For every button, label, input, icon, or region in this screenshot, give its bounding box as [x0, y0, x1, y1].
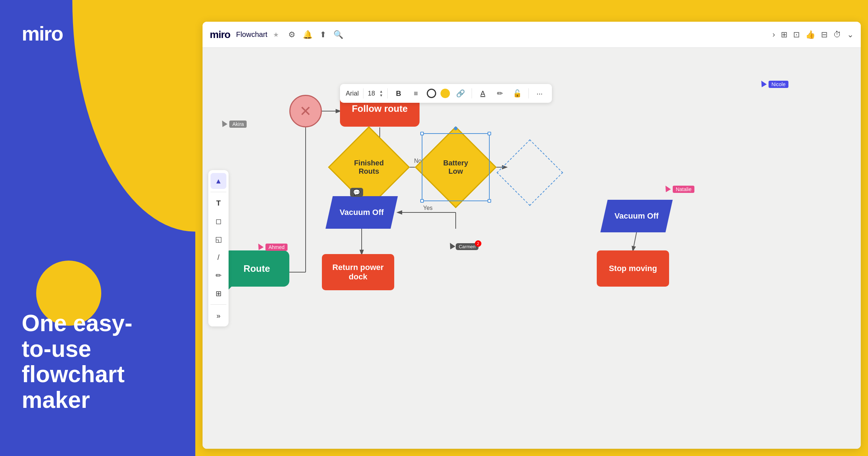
- react-icon[interactable]: 👍: [805, 30, 815, 39]
- comment-bubble[interactable]: 💬: [350, 189, 363, 196]
- shape-tool[interactable]: ◱: [210, 231, 226, 247]
- cursor-nicole: Nicole: [760, 80, 788, 88]
- topbar-right-icons: › ⊞ ⊡ 👍 ⊟ ⏱ ⌄: [773, 30, 854, 39]
- share-icon[interactable]: ⬆: [320, 30, 326, 39]
- fmt-divider-3: [472, 88, 472, 98]
- node-return-power[interactable]: Return powerdock: [322, 254, 394, 290]
- pen-tool[interactable]: ✏: [210, 267, 226, 283]
- format-toolbar: Arial 18 ▲▼ B ≡ 🔗 A ✏ 🔓 ···: [340, 84, 552, 103]
- node-vacuum-off-1[interactable]: Vacuum Off: [326, 196, 398, 229]
- more-icon[interactable]: ⌄: [847, 30, 854, 39]
- font-size[interactable]: 18: [368, 90, 375, 97]
- board-icon[interactable]: ⊞: [781, 30, 787, 39]
- ahmed-cursor-arrow: [256, 242, 264, 250]
- miro-logo-left: miro: [22, 22, 63, 45]
- settings-icon[interactable]: ⚙: [288, 30, 295, 39]
- nicole-cursor-arrow: [759, 79, 767, 87]
- cursor-akira: Akira: [221, 120, 247, 128]
- carmen-cursor-label: Carmen 2: [456, 243, 478, 250]
- natalie-cursor-arrow: [663, 184, 671, 192]
- carmen-notification-badge: 2: [475, 240, 481, 247]
- toolbar-divider-1: [210, 192, 226, 192]
- akira-cursor-arrow: [220, 119, 227, 127]
- handle-br[interactable]: [488, 199, 491, 203]
- text-color-button[interactable]: ✏: [494, 87, 507, 100]
- frame-tool[interactable]: ⊞: [210, 286, 226, 301]
- search-icon[interactable]: 🔍: [333, 30, 343, 39]
- node-circle-x[interactable]: ✕: [289, 95, 322, 127]
- present-icon[interactable]: ⊡: [793, 30, 800, 39]
- toolbar-divider-2: [210, 304, 226, 305]
- select-tool[interactable]: ▲: [210, 173, 226, 189]
- timer-icon[interactable]: ⏱: [833, 30, 841, 39]
- fmt-divider-2: [387, 88, 388, 98]
- star-icon[interactable]: ★: [273, 31, 279, 39]
- natalie-cursor-label: Natalie: [673, 186, 694, 193]
- bold-button[interactable]: B: [392, 87, 405, 100]
- nicole-cursor-label: Nicole: [769, 81, 788, 88]
- topbar: miro Flowchart ★ ⚙ 🔔 ⬆ 🔍 › ⊞ ⊡ 👍 ⊟ ⏱ ⌄: [203, 22, 861, 48]
- font-selector[interactable]: Arial: [346, 90, 359, 97]
- node-stop-moving[interactable]: Stop moving: [597, 250, 669, 287]
- more-tools[interactable]: »: [210, 308, 226, 324]
- topbar-miro-logo: miro: [210, 29, 230, 41]
- node-finished-routs-label: FinishedRouts: [340, 138, 398, 196]
- expand-icon[interactable]: ›: [773, 30, 775, 39]
- miro-app-window: miro Flowchart ★ ⚙ 🔔 ⬆ 🔍 › ⊞ ⊡ 👍 ⊟ ⏱ ⌄: [203, 22, 861, 449]
- handle-tl[interactable]: [420, 132, 424, 135]
- lock-button[interactable]: 🔓: [511, 87, 524, 100]
- canvas-area[interactable]: ▲ T ◻ ◱ / ✏ ⊞ » Arial 18 ▲▼ B: [203, 48, 861, 449]
- flowchart: Follow route ✕ FinishedRouts: [203, 48, 861, 449]
- yellow-curve-decoration: [72, 0, 195, 232]
- link-button[interactable]: 🔗: [454, 87, 467, 100]
- node-battery-low-label: BatteryLow: [427, 138, 485, 196]
- outline-circle-icon[interactable]: [427, 89, 436, 98]
- node-vacuum-off-2[interactable]: Vacuum Off: [600, 200, 673, 232]
- align-button[interactable]: ≡: [409, 87, 422, 100]
- fmt-divider-4: [528, 88, 529, 98]
- comment-icon[interactable]: 💬: [350, 188, 363, 197]
- left-toolbar: ▲ T ◻ ◱ / ✏ ⊞ »: [208, 170, 229, 326]
- node-route[interactable]: Route: [224, 250, 289, 287]
- board-title[interactable]: Flowchart: [236, 30, 268, 39]
- size-arrows[interactable]: ▲▼: [379, 89, 383, 97]
- left-panel: miro One easy-to-use flowchart maker: [0, 0, 195, 456]
- more-format-button[interactable]: ···: [533, 87, 546, 100]
- topbar-actions: ⚙ 🔔 ⬆ 🔍: [288, 30, 343, 39]
- carmen-bubble: Carmen 2: [448, 242, 478, 250]
- fmt-divider-1: [363, 88, 363, 98]
- underline-button[interactable]: A: [476, 87, 489, 100]
- node-dashed-placeholder[interactable]: [497, 139, 563, 206]
- carmen-cursor-arrow: [447, 241, 455, 249]
- bell-icon[interactable]: 🔔: [303, 30, 312, 39]
- akira-cursor-label: Akira: [229, 121, 247, 128]
- rotation-handle[interactable]: [454, 127, 458, 130]
- line-tool[interactable]: /: [210, 249, 226, 265]
- text-tool[interactable]: T: [210, 195, 226, 211]
- export-icon[interactable]: ⊟: [821, 30, 827, 39]
- cursor-natalie: Natalie: [664, 185, 694, 193]
- cursor-ahmed: Ahmed: [257, 243, 288, 251]
- handle-tr[interactable]: [488, 132, 491, 135]
- fill-color-icon[interactable]: [441, 89, 450, 98]
- ahmed-cursor-label: Ahmed: [265, 244, 287, 251]
- left-tagline: One easy-to-use flowchart maker: [22, 311, 159, 413]
- note-tool[interactable]: ◻: [210, 213, 226, 229]
- right-panel: miro Flowchart ★ ⚙ 🔔 ⬆ 🔍 › ⊞ ⊡ 👍 ⊟ ⏱ ⌄: [195, 0, 868, 456]
- handle-bl[interactable]: [420, 199, 424, 203]
